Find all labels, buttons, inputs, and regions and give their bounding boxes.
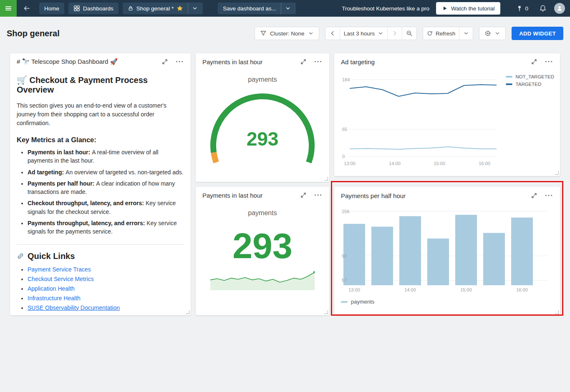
quick-links-heading: Quick Links	[17, 251, 184, 261]
link-suse-observability-docs[interactable]: SUSE Observability Documentation	[28, 304, 120, 311]
list-item: Checkout Service Metrics	[28, 276, 184, 282]
refresh-options-button[interactable]	[459, 27, 473, 40]
link-application-health[interactable]: Application Health	[28, 285, 75, 292]
widget-header: Payments in last hour ···	[196, 187, 329, 204]
x-tick-label: 15:00	[434, 161, 445, 166]
home-button[interactable]: Home	[39, 3, 64, 14]
y-tick-label: 184	[342, 77, 350, 82]
ellipsis-icon: ···	[545, 193, 553, 198]
breadcrumb: Home Dashboards Shop general *	[39, 3, 203, 14]
x-tick-label: 14:00	[404, 287, 416, 292]
list-item: Application Health	[28, 285, 184, 292]
expand-widget-button[interactable]	[298, 57, 308, 67]
hamburger-menu-button[interactable]	[0, 0, 17, 17]
cluster-filter-button[interactable]: Cluster: None	[255, 27, 319, 40]
resize-handle[interactable]	[555, 171, 559, 175]
widget-payments-number: Payments in last hour ··· payments 293	[196, 187, 329, 315]
divider	[281, 3, 281, 14]
time-back-button[interactable]	[325, 27, 340, 40]
hamburger-icon	[5, 5, 12, 12]
metric-label: payments	[196, 76, 329, 83]
gauge-value: 293	[206, 128, 319, 150]
time-forward-button[interactable]	[387, 27, 402, 40]
y-tick-label: 65	[342, 127, 347, 132]
link-infrastructure-health[interactable]: Infrastructure Health	[28, 295, 81, 302]
dashboard-options-chevron-icon[interactable]	[192, 5, 198, 11]
x-tick-label: 16:00	[479, 161, 490, 166]
resize-handle[interactable]	[324, 310, 328, 314]
x-tick-label: 13:00	[348, 287, 360, 292]
gear-icon	[484, 30, 491, 37]
chart-legend[interactable]: payments	[334, 294, 560, 305]
zoom-out-time-button[interactable]	[402, 27, 416, 40]
link-payment-service-traces[interactable]: Payment Service Traces	[28, 266, 91, 273]
resize-handle[interactable]	[186, 310, 189, 314]
pin-count: 0	[525, 5, 528, 12]
y-tick-label: 92	[342, 254, 347, 259]
bar-14:00	[399, 216, 421, 285]
dashboards-button[interactable]: Dashboards	[68, 3, 119, 14]
y-tick-label: 57	[342, 278, 347, 283]
add-widget-button[interactable]: ADD WIDGET	[512, 27, 563, 40]
watch-tutorial-button[interactable]: Watch the tutorial	[436, 2, 501, 15]
legend-label: TARGETED	[516, 82, 542, 87]
expand-icon	[300, 192, 307, 199]
legend-label: payments	[351, 299, 374, 305]
user-avatar[interactable]	[554, 3, 565, 14]
widget-menu-button[interactable]: ···	[313, 58, 324, 65]
time-range-selector[interactable]: Last 3 hours	[340, 27, 387, 40]
link-icon	[17, 252, 24, 260]
widget-header: Payments in last hour ···	[196, 53, 329, 70]
widget-title: Payments in last hour	[202, 58, 294, 65]
series-line-not_targeted	[350, 147, 497, 149]
widget-menu-button[interactable]: ···	[313, 191, 324, 199]
x-tick-label: 15:00	[460, 287, 472, 292]
widget-markdown-overview: # 🔭 Telescope Shop Dashboard 🚀 ··· 🛒 Che…	[10, 53, 191, 315]
widget-menu-button[interactable]: ···	[174, 58, 186, 65]
widget-menu-button[interactable]: ···	[543, 58, 555, 65]
resize-handle[interactable]	[324, 177, 328, 181]
back-button[interactable]	[20, 0, 33, 17]
cluster-filter-label: Cluster: None	[270, 30, 305, 37]
expand-widget-button[interactable]	[298, 190, 308, 200]
notifications-button[interactable]	[536, 0, 550, 17]
widget-menu-button[interactable]: ···	[543, 192, 555, 199]
back-arrow-icon	[23, 5, 30, 12]
overview-heading: 🛒 Checkout & Payment Process Overview	[17, 75, 184, 95]
resize-handle[interactable]	[555, 310, 559, 314]
zoom-out-icon	[406, 30, 413, 37]
list-item: Payments per half hour:A clear indicatio…	[28, 179, 184, 196]
expand-icon	[531, 192, 537, 199]
chevron-down-icon	[494, 30, 500, 36]
pinned-views-button[interactable]: 0	[513, 0, 532, 17]
markdown-content: 🛒 Checkout & Payment Process Overview Th…	[10, 70, 191, 315]
expand-widget-button[interactable]	[160, 57, 170, 67]
expand-widget-button[interactable]	[529, 191, 539, 201]
save-dashboard-as-label: Save dashboard as...	[223, 5, 276, 12]
legend-item-not_targeted[interactable]: NOT_TARGETED	[506, 74, 554, 79]
favorite-star-icon[interactable]	[177, 5, 183, 12]
save-dashboard-as-button[interactable]: Save dashboard as...	[218, 3, 296, 14]
dashboard-settings-button[interactable]	[479, 27, 506, 40]
pin-icon	[516, 5, 523, 12]
time-range-control: Last 3 hours	[325, 27, 417, 40]
list-item: Infrastructure Health	[28, 295, 184, 302]
expand-icon	[161, 58, 168, 65]
save-options-chevron-icon[interactable]	[285, 5, 291, 11]
widget-title: # 🔭 Telescope Shop Dashboard 🚀	[17, 58, 156, 65]
expand-widget-button[interactable]	[529, 57, 539, 67]
refresh-control: Refresh	[423, 27, 473, 40]
widget-header: Ad targeting ···	[334, 53, 560, 70]
ellipsis-icon: ···	[545, 60, 553, 64]
list-item: Ad targeting:An overview of targeted vs.…	[28, 168, 184, 176]
chevron-right-icon	[391, 30, 398, 37]
legend-swatch	[506, 83, 512, 85]
refresh-button[interactable]: Refresh	[423, 27, 459, 40]
chevron-left-icon	[329, 30, 336, 37]
page-header: Shop general Cluster: None Last 3 hours	[0, 23, 570, 43]
x-tick-label: 14:00	[389, 161, 401, 166]
legend-item-targeted[interactable]: TARGETED	[506, 82, 554, 87]
chart-legend: NOT_TARGETEDTARGETED	[506, 74, 554, 87]
current-dashboard-button[interactable]: Shop general *	[123, 3, 203, 14]
link-checkout-service-metrics[interactable]: Checkout Service Metrics	[28, 276, 94, 282]
